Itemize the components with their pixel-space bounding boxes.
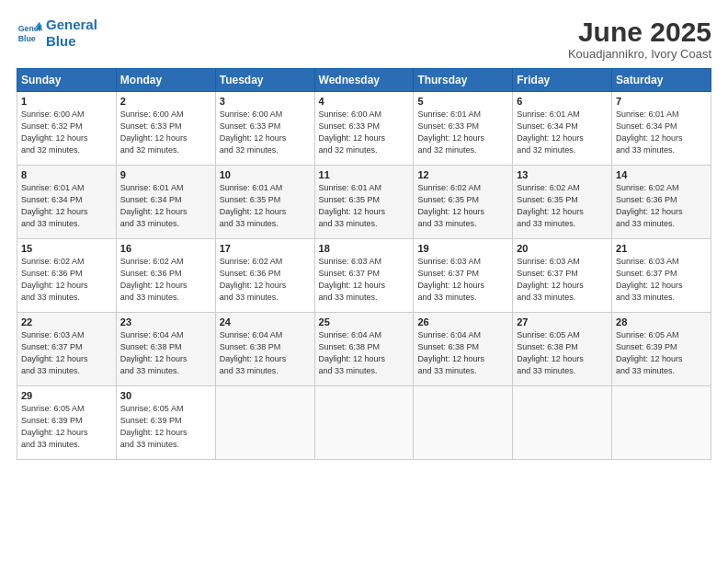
calendar-cell: 16Sunrise: 6:02 AMSunset: 6:36 PMDayligh… bbox=[116, 239, 215, 313]
day-number: 24 bbox=[220, 316, 311, 327]
cell-daylight-info: Sunrise: 6:01 AMSunset: 6:35 PMDaylight:… bbox=[220, 182, 311, 230]
cell-daylight-info: Sunrise: 6:01 AMSunset: 6:33 PMDaylight:… bbox=[417, 109, 508, 156]
calendar-cell: 3Sunrise: 6:00 AMSunset: 6:33 PMDaylight… bbox=[215, 92, 314, 166]
day-number: 4 bbox=[319, 96, 410, 107]
day-number: 13 bbox=[517, 169, 608, 180]
calendar-cell: 30Sunrise: 6:05 AMSunset: 6:39 PMDayligh… bbox=[116, 386, 215, 460]
cell-daylight-info: Sunrise: 6:05 AMSunset: 6:39 PMDaylight:… bbox=[120, 403, 211, 451]
title-block: June 2025 Kouadjannikro, Ivory Coast bbox=[568, 17, 711, 61]
day-number: 17 bbox=[220, 243, 311, 254]
cell-daylight-info: Sunrise: 6:04 AMSunset: 6:38 PMDaylight:… bbox=[220, 329, 311, 377]
cell-daylight-info: Sunrise: 6:00 AMSunset: 6:33 PMDaylight:… bbox=[220, 109, 311, 156]
calendar-cell: 25Sunrise: 6:04 AMSunset: 6:38 PMDayligh… bbox=[314, 313, 414, 386]
calendar-header-tuesday: Tuesday bbox=[215, 69, 314, 92]
calendar-header-saturday: Saturday bbox=[612, 69, 711, 92]
calendar-cell bbox=[414, 386, 513, 460]
calendar-cell: 1Sunrise: 6:00 AMSunset: 6:32 PMDaylight… bbox=[17, 92, 117, 166]
calendar-cell: 18Sunrise: 6:03 AMSunset: 6:37 PMDayligh… bbox=[314, 239, 414, 313]
logo-icon: General Blue bbox=[17, 20, 42, 46]
cell-daylight-info: Sunrise: 6:01 AMSunset: 6:34 PMDaylight:… bbox=[616, 109, 707, 156]
cell-daylight-info: Sunrise: 6:04 AMSunset: 6:38 PMDaylight:… bbox=[120, 329, 211, 377]
calendar-cell: 26Sunrise: 6:04 AMSunset: 6:38 PMDayligh… bbox=[414, 313, 513, 386]
day-number: 30 bbox=[120, 390, 211, 401]
cell-daylight-info: Sunrise: 6:05 AMSunset: 6:39 PMDaylight:… bbox=[616, 329, 707, 377]
cell-daylight-info: Sunrise: 6:03 AMSunset: 6:37 PMDaylight:… bbox=[319, 256, 410, 304]
month-title: June 2025 bbox=[568, 17, 711, 47]
cell-daylight-info: Sunrise: 6:00 AMSunset: 6:33 PMDaylight:… bbox=[319, 109, 410, 156]
calendar-header-sunday: Sunday bbox=[17, 69, 117, 92]
calendar-cell: 19Sunrise: 6:03 AMSunset: 6:37 PMDayligh… bbox=[414, 239, 513, 313]
day-number: 27 bbox=[517, 316, 608, 327]
cell-daylight-info: Sunrise: 6:02 AMSunset: 6:36 PMDaylight:… bbox=[21, 256, 112, 304]
calendar-cell: 8Sunrise: 6:01 AMSunset: 6:34 PMDaylight… bbox=[17, 166, 117, 239]
cell-daylight-info: Sunrise: 6:02 AMSunset: 6:36 PMDaylight:… bbox=[616, 182, 707, 230]
calendar-week-row: 1Sunrise: 6:00 AMSunset: 6:32 PMDaylight… bbox=[17, 92, 711, 166]
day-number: 19 bbox=[417, 243, 508, 254]
calendar-cell: 24Sunrise: 6:04 AMSunset: 6:38 PMDayligh… bbox=[215, 313, 314, 386]
day-number: 18 bbox=[319, 243, 410, 254]
calendar-week-row: 22Sunrise: 6:03 AMSunset: 6:37 PMDayligh… bbox=[17, 313, 711, 386]
calendar-header-row: SundayMondayTuesdayWednesdayThursdayFrid… bbox=[17, 69, 711, 92]
calendar-cell: 9Sunrise: 6:01 AMSunset: 6:34 PMDaylight… bbox=[116, 166, 215, 239]
day-number: 23 bbox=[120, 316, 211, 327]
calendar-cell: 13Sunrise: 6:02 AMSunset: 6:35 PMDayligh… bbox=[513, 166, 612, 239]
cell-daylight-info: Sunrise: 6:05 AMSunset: 6:38 PMDaylight:… bbox=[517, 329, 608, 377]
day-number: 3 bbox=[220, 96, 311, 107]
calendar-header-wednesday: Wednesday bbox=[314, 69, 414, 92]
cell-daylight-info: Sunrise: 6:05 AMSunset: 6:39 PMDaylight:… bbox=[21, 403, 112, 451]
cell-daylight-info: Sunrise: 6:04 AMSunset: 6:38 PMDaylight:… bbox=[319, 329, 410, 377]
day-number: 8 bbox=[21, 169, 112, 180]
day-number: 29 bbox=[21, 390, 112, 401]
day-number: 2 bbox=[120, 96, 211, 107]
cell-daylight-info: Sunrise: 6:00 AMSunset: 6:32 PMDaylight:… bbox=[21, 109, 112, 156]
calendar-cell bbox=[612, 386, 711, 460]
cell-daylight-info: Sunrise: 6:04 AMSunset: 6:38 PMDaylight:… bbox=[417, 329, 508, 377]
calendar-header-monday: Monday bbox=[116, 69, 215, 92]
header: General Blue GeneralBlue June 2025 Kouad… bbox=[17, 17, 711, 61]
cell-daylight-info: Sunrise: 6:03 AMSunset: 6:37 PMDaylight:… bbox=[517, 256, 608, 304]
cell-daylight-info: Sunrise: 6:02 AMSunset: 6:35 PMDaylight:… bbox=[417, 182, 508, 230]
cell-daylight-info: Sunrise: 6:02 AMSunset: 6:36 PMDaylight:… bbox=[120, 256, 211, 304]
calendar-cell: 2Sunrise: 6:00 AMSunset: 6:33 PMDaylight… bbox=[116, 92, 215, 166]
calendar-cell: 12Sunrise: 6:02 AMSunset: 6:35 PMDayligh… bbox=[414, 166, 513, 239]
day-number: 6 bbox=[517, 96, 608, 107]
day-number: 11 bbox=[319, 169, 410, 180]
logo-text: GeneralBlue bbox=[46, 17, 97, 50]
calendar-cell: 11Sunrise: 6:01 AMSunset: 6:35 PMDayligh… bbox=[314, 166, 414, 239]
calendar-cell bbox=[513, 386, 612, 460]
logo: General Blue GeneralBlue bbox=[17, 17, 97, 50]
day-number: 14 bbox=[616, 169, 707, 180]
calendar-week-row: 8Sunrise: 6:01 AMSunset: 6:34 PMDaylight… bbox=[17, 166, 711, 239]
calendar-cell: 28Sunrise: 6:05 AMSunset: 6:39 PMDayligh… bbox=[612, 313, 711, 386]
cell-daylight-info: Sunrise: 6:03 AMSunset: 6:37 PMDaylight:… bbox=[616, 256, 707, 304]
cell-daylight-info: Sunrise: 6:01 AMSunset: 6:34 PMDaylight:… bbox=[517, 109, 608, 156]
day-number: 21 bbox=[616, 243, 707, 254]
calendar-cell: 20Sunrise: 6:03 AMSunset: 6:37 PMDayligh… bbox=[513, 239, 612, 313]
day-number: 10 bbox=[220, 169, 311, 180]
cell-daylight-info: Sunrise: 6:01 AMSunset: 6:34 PMDaylight:… bbox=[21, 182, 112, 230]
calendar-header-friday: Friday bbox=[513, 69, 612, 92]
calendar-cell: 17Sunrise: 6:02 AMSunset: 6:36 PMDayligh… bbox=[215, 239, 314, 313]
cell-daylight-info: Sunrise: 6:03 AMSunset: 6:37 PMDaylight:… bbox=[21, 329, 112, 377]
calendar-week-row: 15Sunrise: 6:02 AMSunset: 6:36 PMDayligh… bbox=[17, 239, 711, 313]
calendar-page: General Blue GeneralBlue June 2025 Kouad… bbox=[0, 0, 728, 563]
calendar-cell: 29Sunrise: 6:05 AMSunset: 6:39 PMDayligh… bbox=[17, 386, 117, 460]
day-number: 9 bbox=[120, 169, 211, 180]
cell-daylight-info: Sunrise: 6:02 AMSunset: 6:35 PMDaylight:… bbox=[517, 182, 608, 230]
day-number: 25 bbox=[319, 316, 410, 327]
svg-text:Blue: Blue bbox=[18, 34, 36, 43]
calendar-cell: 5Sunrise: 6:01 AMSunset: 6:33 PMDaylight… bbox=[414, 92, 513, 166]
day-number: 12 bbox=[417, 169, 508, 180]
calendar-cell: 4Sunrise: 6:00 AMSunset: 6:33 PMDaylight… bbox=[314, 92, 414, 166]
calendar-week-row: 29Sunrise: 6:05 AMSunset: 6:39 PMDayligh… bbox=[17, 386, 711, 460]
calendar-table: SundayMondayTuesdayWednesdayThursdayFrid… bbox=[17, 68, 711, 460]
day-number: 1 bbox=[21, 96, 112, 107]
day-number: 22 bbox=[21, 316, 112, 327]
location: Kouadjannikro, Ivory Coast bbox=[568, 47, 711, 61]
calendar-cell: 23Sunrise: 6:04 AMSunset: 6:38 PMDayligh… bbox=[116, 313, 215, 386]
cell-daylight-info: Sunrise: 6:03 AMSunset: 6:37 PMDaylight:… bbox=[417, 256, 508, 304]
calendar-cell: 14Sunrise: 6:02 AMSunset: 6:36 PMDayligh… bbox=[612, 166, 711, 239]
day-number: 28 bbox=[616, 316, 707, 327]
calendar-cell: 6Sunrise: 6:01 AMSunset: 6:34 PMDaylight… bbox=[513, 92, 612, 166]
calendar-header-thursday: Thursday bbox=[414, 69, 513, 92]
